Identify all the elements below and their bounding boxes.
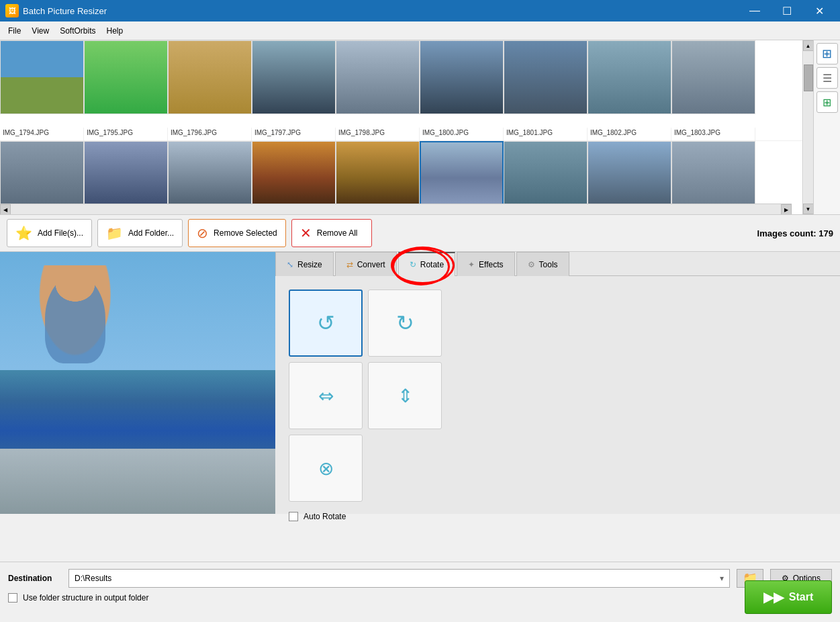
- rotate-ccw-button[interactable]: ↺: [289, 290, 363, 357]
- add-folder-label: Add Folder...: [128, 228, 174, 238]
- folder-structure-label: Use folder structure in output folder: [23, 593, 148, 603]
- rotate-cw-button[interactable]: ↻: [368, 290, 442, 357]
- title-bar: 🖼 Batch Picture Resizer — ☐ ✕: [0, 0, 840, 21]
- resize-tab-icon: ⤡: [287, 260, 293, 269]
- fname-6: IMG_1800.JPG: [420, 128, 504, 140]
- rotate-tab-content: ↺ ↻ ⇔ ⇕ ⊗: [275, 276, 840, 535]
- tab-convert-label: Convert: [357, 260, 385, 269]
- fname-4: IMG_1797.JPG: [252, 128, 336, 140]
- bottom-bar: Destination D:\Results ▾ 📁 ⚙ Options Use…: [0, 562, 840, 622]
- fname-9: IMG_1803.JPG: [671, 128, 755, 140]
- tab-resize-label: Resize: [297, 260, 322, 269]
- tab-rotate-label: Rotate: [420, 260, 444, 269]
- gallery-scroll: IMG_1794.JPG IMG_1795.JPG IMG_1796.JPG I…: [0, 40, 802, 214]
- add-files-icon: ⭐: [15, 225, 32, 241]
- remove-selected-label: Remove Selected: [214, 228, 277, 238]
- thumb-1[interactable]: [0, 40, 84, 114]
- vertical-scrollbar[interactable]: ▲ ▼: [802, 40, 813, 214]
- flip-h-button[interactable]: ⇔: [289, 362, 363, 429]
- thumb-6[interactable]: [420, 40, 504, 114]
- tab-rotate[interactable]: ↻ Rotate: [398, 252, 455, 276]
- rotate-ccw-icon: ↺: [317, 310, 335, 336]
- right-toolbar: ⊞ ☰ ⊞: [813, 40, 840, 214]
- tab-resize[interactable]: ⤡ Resize: [275, 252, 334, 276]
- tab-effects[interactable]: ✦ Effects: [457, 252, 514, 276]
- start-button[interactable]: ▶▶ Start: [745, 580, 832, 614]
- custom-rotate-button[interactable]: ⊗: [289, 435, 363, 502]
- destination-row: Destination D:\Results ▾ 📁 ⚙ Options: [8, 569, 832, 588]
- horizontal-scrollbar[interactable]: ◀ ▶: [0, 204, 792, 214]
- tools-tab-icon: ⚙: [528, 260, 535, 269]
- vscroll-up[interactable]: ▲: [803, 40, 814, 51]
- flip-v-icon: ⇕: [398, 385, 413, 407]
- view-grid-button[interactable]: ⊞: [816, 91, 838, 113]
- thumb-9[interactable]: [671, 40, 755, 114]
- view-thumbnails-button[interactable]: ⊞: [816, 43, 838, 64]
- thumb-4[interactable]: [252, 40, 336, 114]
- rotate-cw-icon: ↻: [396, 310, 414, 336]
- auto-rotate-label: Auto Rotate: [304, 512, 346, 521]
- thumb-5[interactable]: [336, 40, 420, 114]
- tabs-panel: ⤡ Resize ⇄ Convert ↻ Rotate ✦ Effects: [275, 252, 840, 514]
- app-icon: 🖼: [5, 4, 19, 17]
- content-area: ⤡ Resize ⇄ Convert ↻ Rotate ✦ Effects: [0, 252, 840, 514]
- auto-rotate-row: Auto Rotate: [289, 512, 827, 521]
- tab-bar: ⤡ Resize ⇄ Convert ↻ Rotate ✦ Effects: [275, 252, 840, 276]
- thumb-2[interactable]: [84, 40, 168, 114]
- menu-file[interactable]: File: [3, 24, 26, 38]
- add-folder-button[interactable]: 📁 Add Folder...: [97, 219, 183, 247]
- menu-help[interactable]: Help: [101, 24, 129, 38]
- rotate-grid: ↺ ↻ ⇔ ⇕ ⊗: [289, 290, 827, 502]
- destination-input[interactable]: D:\Results ▾: [68, 569, 730, 588]
- fname-2: IMG_1795.JPG: [84, 128, 168, 140]
- remove-selected-icon: ⊘: [197, 225, 208, 241]
- thumb-8[interactable]: [588, 40, 671, 114]
- hscroll-track[interactable]: [11, 204, 781, 214]
- fname-8: IMG_1802.JPG: [588, 128, 671, 140]
- fname-5: IMG_1798.JPG: [336, 128, 420, 140]
- maximize-button[interactable]: ☐: [772, 0, 802, 21]
- dropdown-arrow-icon[interactable]: ▾: [720, 574, 724, 583]
- tab-tools-label: Tools: [539, 260, 558, 269]
- fname-7: IMG_1801.JPG: [504, 128, 588, 140]
- action-bar: ⭐ Add File(s)... 📁 Add Folder... ⊘ Remov…: [0, 215, 840, 252]
- effects-tab-icon: ✦: [468, 260, 475, 269]
- tab-effects-label: Effects: [479, 260, 503, 269]
- app-title: Batch Picture Resizer: [23, 6, 107, 16]
- vscroll-track: [804, 51, 813, 204]
- remove-all-icon: ✕: [300, 225, 312, 241]
- hscroll-right[interactable]: ▶: [781, 204, 792, 214]
- remove-selected-button[interactable]: ⊘ Remove Selected: [188, 219, 286, 247]
- start-icon: ▶▶: [763, 589, 784, 605]
- tab-tools[interactable]: ⚙ Tools: [516, 252, 569, 276]
- vscroll-down[interactable]: ▼: [803, 204, 814, 214]
- add-files-button[interactable]: ⭐ Add File(s)...: [7, 219, 92, 247]
- remove-all-label: Remove All: [317, 228, 358, 238]
- folder-structure-checkbox[interactable]: [8, 593, 17, 603]
- tab-convert[interactable]: ⇄ Convert: [335, 252, 397, 276]
- close-button[interactable]: ✕: [804, 0, 835, 21]
- menu-softorbits[interactable]: SoftOrbits: [54, 24, 101, 38]
- gallery-area: IMG_1794.JPG IMG_1795.JPG IMG_1796.JPG I…: [0, 40, 840, 215]
- flip-h-icon: ⇔: [318, 385, 334, 407]
- add-files-label: Add File(s)...: [38, 228, 83, 238]
- fname-3: IMG_1796.JPG: [168, 128, 252, 140]
- images-count: Images count: 179: [757, 228, 833, 238]
- folder-structure-row: Use folder structure in output folder: [8, 593, 832, 603]
- vscroll-thumb[interactable]: [804, 64, 813, 91]
- add-folder-icon: 📁: [106, 225, 123, 241]
- minimize-button[interactable]: —: [739, 0, 770, 21]
- rotate-tab-icon: ↻: [410, 260, 416, 269]
- fname-1: IMG_1794.JPG: [0, 128, 84, 140]
- thumb-3[interactable]: [168, 40, 252, 114]
- view-list-button[interactable]: ☰: [816, 67, 838, 89]
- remove-all-button[interactable]: ✕ Remove All: [291, 219, 372, 247]
- auto-rotate-checkbox[interactable]: [289, 512, 298, 521]
- start-label: Start: [789, 591, 813, 603]
- hscroll-left[interactable]: ◀: [0, 204, 11, 214]
- flip-v-button[interactable]: ⇕: [368, 362, 442, 429]
- menu-bar: File View SoftOrbits Help: [0, 21, 840, 40]
- destination-label: Destination: [8, 574, 62, 583]
- menu-view[interactable]: View: [26, 24, 54, 38]
- thumb-7[interactable]: [504, 40, 588, 114]
